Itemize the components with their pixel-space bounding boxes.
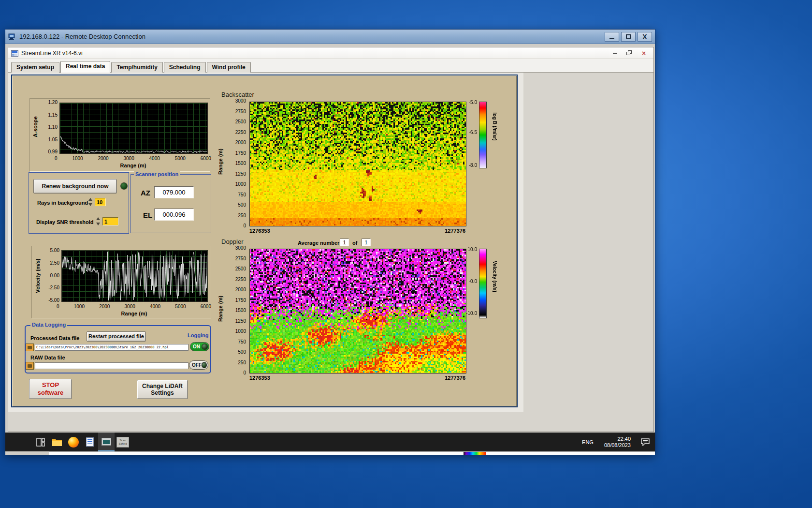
tab-real-time-data[interactable]: Real time data <box>60 61 110 73</box>
az-value-field[interactable]: 079.000 <box>154 186 194 198</box>
renew-background-button[interactable]: Renew background now <box>33 179 117 194</box>
doppler-ylabel: Range (m) <box>218 292 223 326</box>
velocity-ytick: 0.00 <box>50 273 59 278</box>
doppler-ytick: 250 <box>238 360 246 365</box>
app-restore-icon[interactable] <box>623 49 636 58</box>
backscatter-heatmap <box>249 102 466 226</box>
doppler-ytick: 2250 <box>235 277 246 282</box>
task-view-icon[interactable] <box>32 433 49 451</box>
spin-up-icon[interactable] <box>88 198 92 201</box>
rdp-title: 192.168.0.122 - Remote Desktop Connectio… <box>19 33 605 40</box>
a-scope-xtick: 2000 <box>98 156 108 161</box>
velocity-xtick: 5000 <box>175 304 186 309</box>
backscatter-ytick: 1500 <box>235 161 246 166</box>
toggle-knob-icon <box>202 362 207 368</box>
toggle-knob-icon <box>202 344 208 350</box>
velocity-xtick: 4000 <box>150 304 160 309</box>
labview-document-icon[interactable] <box>82 433 98 451</box>
rays-in-background-label: Rays in background <box>37 200 88 206</box>
streamline-app-window: StreamLine XR v14-6.vi × System setup Re… <box>8 47 654 432</box>
a-scope-xtick: 0 <box>55 156 58 161</box>
tab-temp-humidity[interactable]: Temp/humidity <box>111 62 162 73</box>
backscatter-yaxis: 3000275025002250200017501500125010007505… <box>221 99 246 228</box>
stop-software-button[interactable]: STOP software <box>29 379 72 399</box>
doppler-ytick: 1000 <box>235 329 246 334</box>
raw-path-input[interactable] <box>35 362 188 369</box>
raw-data-file-label: RAW Data file <box>30 355 65 360</box>
el-value-field[interactable]: 000.096 <box>154 209 194 221</box>
a-scope-xtick: 6000 <box>201 156 211 161</box>
processed-logging-toggle[interactable]: ON <box>190 342 209 351</box>
a-scope-xtick: 4000 <box>149 156 160 161</box>
minimize-icon[interactable] <box>605 32 619 42</box>
app-titlebar[interactable]: StreamLine XR v14-6.vi × <box>8 47 653 59</box>
stop-button-line1: STOP <box>42 381 59 389</box>
backscatter-title: Backscatter <box>221 91 254 98</box>
raw-logging-toggle[interactable]: OFF <box>189 360 208 370</box>
raw-path-browse-icon[interactable] <box>26 362 34 370</box>
scanner-groupbox <box>130 174 211 233</box>
change-lidar-settings-button[interactable]: Change LiDAR Settings <box>137 380 188 399</box>
file-explorer-icon[interactable] <box>49 433 65 451</box>
remote-desktop-screen: StreamLine XR v14-6.vi × System setup Re… <box>5 44 655 455</box>
scan-scheduler-icon[interactable]: ScanSched <box>115 433 131 451</box>
spin-up-icon[interactable] <box>96 217 100 220</box>
doppler-ytick: 3000 <box>235 246 246 251</box>
doppler-colorbar <box>479 249 487 318</box>
tab-wind-profile[interactable]: Wind profile <box>207 62 251 73</box>
maximize-icon[interactable] <box>621 32 636 42</box>
doppler-xaxis: 1276353 1277376 <box>249 375 465 381</box>
backscatter-cb-tick-top: -5.0 <box>461 100 477 105</box>
tab-scheduling[interactable]: Scheduling <box>164 62 206 73</box>
backscatter-x-start: 1276353 <box>249 228 270 234</box>
tab-bar: System setup Real time data Temp/humidit… <box>8 59 653 73</box>
backscatter-ytick: 250 <box>238 213 246 218</box>
doppler-ytick: 2500 <box>235 267 246 271</box>
clock-time: 22:40 <box>604 436 631 442</box>
doppler-x-end: 1277376 <box>445 375 465 381</box>
clock[interactable]: 22:40 08/08/2023 <box>599 436 636 448</box>
stop-button-line2: software <box>38 389 63 397</box>
backscatter-ytick: 2750 <box>235 109 246 114</box>
velocity-xtick: 2000 <box>99 304 110 309</box>
toggle-on-label: ON <box>193 344 200 349</box>
rays-spinner[interactable] <box>88 198 93 206</box>
rdp-titlebar[interactable]: 192.168.0.122 - Remote Desktop Connectio… <box>5 30 655 44</box>
processed-path-input[interactable] <box>35 344 188 351</box>
average-number-field[interactable]: 1 <box>340 239 349 246</box>
doppler-ytick: 0 <box>243 371 246 375</box>
app-close-icon[interactable]: × <box>637 49 651 58</box>
backscatter-cb-tick-mid: -6.5 <box>461 130 477 135</box>
toggle-off-label: OFF <box>192 362 202 368</box>
change-button-line2: Settings <box>151 389 174 396</box>
a-scope-ytick: 0.99 <box>48 149 58 154</box>
processed-path-browse-icon[interactable] <box>26 344 34 351</box>
spin-down-icon[interactable] <box>96 223 100 225</box>
backscatter-x-end: 1277376 <box>445 228 465 234</box>
velocity-ytick: -2.50 <box>48 285 59 290</box>
backscatter-colorbar <box>479 102 487 168</box>
restart-processed-file-button[interactable]: Restart processed file <box>87 331 146 342</box>
scan-icon-text1: Scan <box>119 439 126 442</box>
close-icon[interactable]: X <box>638 32 652 42</box>
snr-value-field[interactable]: 1 <box>102 217 118 225</box>
velocity-plot <box>61 250 208 302</box>
doppler-colorbar-label: Velocity (m/s) <box>492 257 497 296</box>
doppler-ytick: 1250 <box>235 319 246 324</box>
backscatter-ytick: 0 <box>243 224 246 228</box>
app-minimize-icon[interactable] <box>608 49 622 58</box>
average-count-field[interactable]: 1 <box>362 239 371 246</box>
firefox-icon[interactable] <box>65 433 82 451</box>
velocity-xtick: 0 <box>57 304 59 309</box>
language-indicator[interactable]: ENG <box>576 433 599 451</box>
folder-glyph-icon <box>28 364 32 368</box>
backscatter-ytick: 750 <box>238 193 246 197</box>
tab-system-setup[interactable]: System setup <box>11 62 59 73</box>
snr-spinner[interactable] <box>96 217 101 225</box>
processed-data-file-label: Processed Data file <box>30 335 80 341</box>
spin-down-icon[interactable] <box>88 203 92 206</box>
snr-threshold-label: Display SNR threshold <box>36 219 94 225</box>
rays-value-field[interactable]: 10 <box>95 198 106 206</box>
streamline-taskbar-icon[interactable] <box>98 433 115 451</box>
notification-chat-icon[interactable] <box>636 433 655 451</box>
